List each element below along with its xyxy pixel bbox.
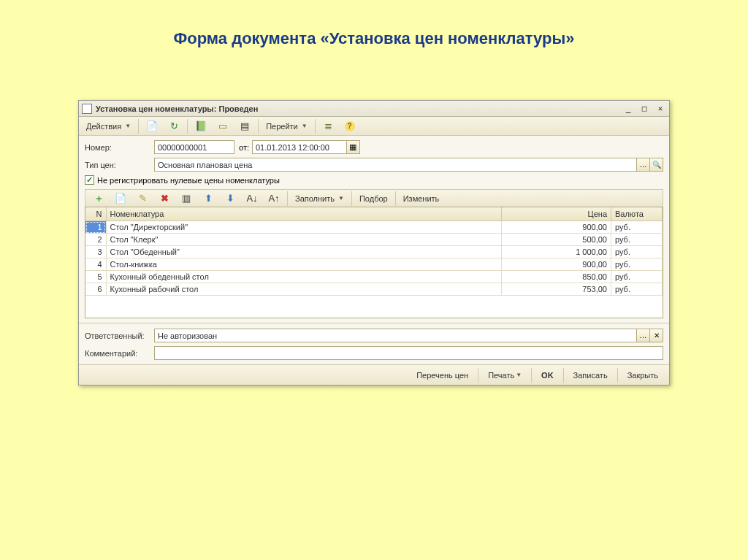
price-grid[interactable]: N Номенклатура Цена Валюта 1Стол "Директ… <box>85 207 663 318</box>
select-button[interactable]: Подбор <box>355 191 392 207</box>
copy-icon: 📄 <box>115 193 126 204</box>
help-button[interactable]: ? <box>340 118 359 134</box>
ok-button[interactable]: OK <box>535 367 560 383</box>
date-picker-button[interactable]: ▦ <box>347 140 360 154</box>
table-row[interactable]: 6Кухонный рабочий стол753,00руб. <box>85 283 663 296</box>
main-toolbar: Действия▼ 📄 ↻ 📗 ▭ ▤ Перейти▼ ≣ ? <box>79 117 669 136</box>
post-doc-button[interactable]: 📄 <box>142 118 162 134</box>
date-label: от: <box>239 143 249 152</box>
document-window: Установка цен номенклатуры: Проведен _ □… <box>78 100 670 386</box>
structure-icon: ▤ <box>239 120 251 132</box>
plus-icon: ＋ <box>93 193 104 204</box>
close-icon[interactable]: ✕ <box>654 104 666 114</box>
number-input[interactable] <box>154 140 234 154</box>
pricetype-input[interactable] <box>154 158 637 172</box>
pricetype-open-button[interactable]: 🔍 <box>650 158 663 172</box>
add-row-button[interactable]: ＋ <box>88 191 109 207</box>
cell-currency[interactable]: руб. <box>611 258 663 271</box>
settings-row-button[interactable]: ▥ <box>176 191 196 207</box>
arrow-down-icon: ⬇ <box>224 193 236 204</box>
table-row[interactable]: 5Кухонный обеденный стол850,00руб. <box>85 271 663 283</box>
window-title: Установка цен номенклатуры: Проведен <box>96 104 622 113</box>
responsible-input[interactable] <box>154 329 637 342</box>
ledger-icon: 📗 <box>195 120 207 132</box>
pricetype-label: Тип цен: <box>85 161 154 169</box>
responsible-select-button[interactable]: … <box>637 329 650 342</box>
move-down-button[interactable]: ⬇ <box>220 191 240 207</box>
cell-n[interactable]: 4 <box>85 258 106 271</box>
cell-currency[interactable]: руб. <box>611 283 663 296</box>
structure-button[interactable]: ▤ <box>234 118 255 134</box>
cell-n[interactable]: 2 <box>85 234 106 246</box>
cell-currency[interactable]: руб. <box>611 246 663 258</box>
move-up-button[interactable]: ⬆ <box>198 191 218 207</box>
edit-row-button[interactable]: ✎ <box>132 191 153 207</box>
pencil-icon: ✎ <box>137 193 148 204</box>
date-input[interactable] <box>252 140 347 154</box>
cell-currency[interactable]: руб. <box>611 271 663 283</box>
cell-name[interactable]: Стол "Директорский" <box>106 221 502 234</box>
delete-row-button[interactable]: ✖ <box>154 191 175 207</box>
basis-button[interactable]: ▭ <box>213 118 233 134</box>
number-label: Номер: <box>85 143 154 152</box>
comment-input[interactable] <box>154 346 663 360</box>
sort-desc-icon: A↑ <box>268 193 280 204</box>
zero-price-checkbox[interactable]: ✓ <box>85 175 94 185</box>
cell-n[interactable]: 1 <box>85 221 106 234</box>
cell-n[interactable]: 3 <box>85 246 106 258</box>
cell-n[interactable]: 5 <box>85 271 106 283</box>
cell-name[interactable]: Стол "Обеденный" <box>106 246 502 258</box>
pricetype-select-button[interactable]: … <box>637 158 650 172</box>
col-header-price[interactable]: Цена <box>502 207 611 221</box>
goto-dropdown[interactable]: Перейти▼ <box>262 118 312 134</box>
close-button[interactable]: Закрыть <box>621 367 665 383</box>
table-row[interactable]: 4Стол-книжка900,00руб. <box>85 258 663 271</box>
cell-price[interactable]: 850,00 <box>502 271 611 283</box>
movement-button[interactable]: 📗 <box>191 118 211 134</box>
cell-price[interactable]: 900,00 <box>502 221 611 234</box>
titlebar: Установка цен номенклатуры: Проведен _ □… <box>79 101 669 117</box>
delete-icon: ✖ <box>159 193 170 204</box>
repost-button[interactable]: ↻ <box>164 118 184 134</box>
cell-price[interactable]: 500,00 <box>502 234 611 246</box>
copy-row-button[interactable]: 📄 <box>110 191 131 207</box>
save-button[interactable]: Записать <box>567 367 614 383</box>
cell-currency[interactable]: руб. <box>611 234 663 246</box>
cell-name[interactable]: Кухонный обеденный стол <box>106 271 502 283</box>
table-row[interactable]: 2Стол "Клерк"500,00руб. <box>85 234 663 246</box>
cell-name[interactable]: Стол "Клерк" <box>106 234 502 246</box>
footer-bar: Перечень цен Печать▼ OK Записать Закрыть <box>79 364 669 385</box>
cell-name[interactable]: Кухонный рабочий стол <box>106 283 502 296</box>
cell-n[interactable]: 6 <box>85 283 106 296</box>
cell-name[interactable]: Стол-книжка <box>106 258 502 271</box>
cell-price[interactable]: 753,00 <box>502 283 611 296</box>
fill-dropdown[interactable]: Заполнить▼ <box>291 191 348 207</box>
columns-icon: ▥ <box>180 193 192 204</box>
cell-price[interactable]: 1 000,00 <box>502 246 611 258</box>
comment-label: Комментарий: <box>85 349 154 358</box>
actions-dropdown[interactable]: Действия▼ <box>82 118 135 134</box>
print-dropdown[interactable]: Печать▼ <box>481 367 528 383</box>
maximize-icon[interactable]: □ <box>638 104 650 114</box>
cell-currency[interactable]: руб. <box>611 221 663 234</box>
table-row[interactable]: 3Стол "Обеденный"1 000,00руб. <box>85 246 663 258</box>
pricelist-button[interactable]: Перечень цен <box>410 367 475 383</box>
change-button[interactable]: Изменить <box>399 191 444 207</box>
col-header-currency[interactable]: Валюта <box>611 207 663 221</box>
responsible-label: Ответственный: <box>85 331 154 340</box>
page-title: Форма документа «Установка цен номенклат… <box>0 0 748 63</box>
calendar-icon: ▦ <box>349 142 356 152</box>
grid-toolbar: ＋ 📄 ✎ ✖ ▥ ⬆ ⬇ A↓ A↑ Заполнить▼ Подбор Из… <box>85 189 663 207</box>
col-header-n[interactable]: N <box>85 207 106 221</box>
arrow-up-icon: ⬆ <box>202 193 214 204</box>
table-row[interactable]: 1Стол "Директорский"900,00руб. <box>85 221 663 234</box>
document-icon <box>82 104 92 114</box>
responsible-clear-button[interactable]: ✕ <box>650 329 663 342</box>
list-button[interactable]: ≣ <box>318 118 339 134</box>
col-header-name[interactable]: Номенклатура <box>106 207 502 221</box>
sort-asc-button[interactable]: A↓ <box>242 191 262 207</box>
sort-desc-button[interactable]: A↑ <box>264 191 284 207</box>
minimize-icon[interactable]: _ <box>622 104 634 114</box>
cell-price[interactable]: 900,00 <box>502 258 611 271</box>
card-icon: ▭ <box>217 120 229 132</box>
